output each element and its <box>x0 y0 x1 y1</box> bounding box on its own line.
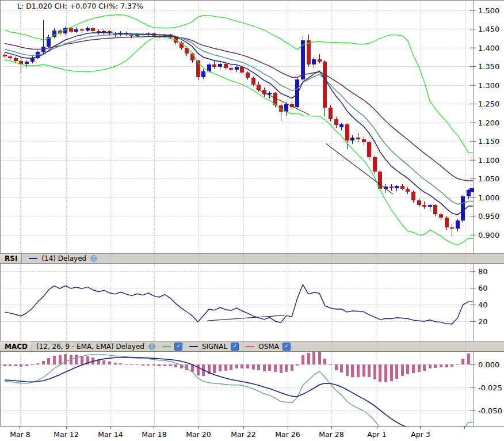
y-axis-label: 1.000 <box>478 193 499 202</box>
y-axis-label: 1.500 <box>478 6 499 15</box>
y-axis-label: 80 <box>478 267 488 276</box>
y-axis-label: 0.950 <box>478 212 499 221</box>
y-axis-label: 1.100 <box>478 156 499 165</box>
x-axis-label: Mar 14 <box>92 430 129 439</box>
y-axis-label: 20 <box>478 317 488 326</box>
y-axis-label: 1.350 <box>478 62 499 71</box>
y-axis-label: 0.000 <box>478 360 499 369</box>
x-axis-label: Mar 8 <box>2 430 39 439</box>
signal-line-sample <box>189 346 198 347</box>
delayed-globe-icon <box>148 343 155 350</box>
macd-panel-title: MACD <box>0 341 32 351</box>
y-axis-label: 40 <box>478 301 488 309</box>
x-axis-tick <box>20 427 20 429</box>
trendline <box>326 144 393 195</box>
grid-separator <box>243 342 244 351</box>
macd-chart-canvas[interactable]: 0.000-0.025-0.050 <box>0 352 504 427</box>
signal-line-checkbox[interactable]: ✓ <box>231 343 239 351</box>
x-axis-tick <box>110 427 111 429</box>
grid-separator <box>377 342 377 351</box>
grid-separator <box>288 254 288 263</box>
y-axis-label: 60 <box>478 284 488 292</box>
x-axis-tick <box>288 427 288 429</box>
time-axis: Mar 8Mar 12Mar 14Mar 18Mar 20Mar 22Mar 2… <box>0 427 504 441</box>
y-axis-label: -0.025 <box>478 383 502 392</box>
grid-separator <box>331 342 332 351</box>
rsi-line-sample <box>29 258 37 259</box>
grid-separator <box>465 342 465 351</box>
x-axis-label: Mar 22 <box>225 430 262 439</box>
x-axis-tick <box>420 427 421 429</box>
x-axis-label: Mar 12 <box>48 430 85 439</box>
grid-separator <box>243 254 244 263</box>
y-axis-label: 1.400 <box>478 44 499 52</box>
x-axis-label: Mar 26 <box>269 430 306 439</box>
grid-separator <box>198 254 199 263</box>
x-axis-tick <box>464 427 465 429</box>
macd-line-sample <box>162 346 171 347</box>
x-axis-label: Apr 3 <box>402 430 439 439</box>
osma-histogram <box>3 352 470 382</box>
grid-separator <box>377 254 377 263</box>
y-axis-label: 1.300 <box>478 81 499 90</box>
last-price-info: L: D1.020 CH: +0.070 CH%: 7.37% <box>17 2 143 10</box>
x-axis-tick <box>154 427 154 429</box>
macd-panel-header: MACD (12, 26, 9 - EMA, EMA) Delayed ✓ SI… <box>0 341 504 352</box>
osma-checkbox[interactable]: ✓ <box>282 343 291 351</box>
candlesticks <box>3 20 471 237</box>
x-axis-label: Mar 18 <box>136 430 173 439</box>
grid-separator <box>421 342 421 351</box>
x-axis-label: Mar 28 <box>313 430 350 439</box>
rsi-panel-title: RSI <box>0 254 22 263</box>
macd-legend: (12, 26, 9 - EMA, EMA) Delayed <box>36 343 144 351</box>
signal-label: SIGNAL <box>202 343 227 351</box>
price-chart-canvas[interactable]: 1.5001.4501.4001.3501.3001.2501.2001.150… <box>0 0 504 253</box>
x-axis-tick <box>377 427 377 429</box>
y-axis-label: 1.450 <box>478 25 499 33</box>
rsi-legend: (14) Delayed <box>41 254 86 263</box>
osma-label: OSMA <box>258 343 279 351</box>
grid-separator <box>421 254 421 263</box>
delayed-globe-icon <box>90 255 97 262</box>
y-axis-label: 0.900 <box>478 231 499 239</box>
rsi-panel-header: RSI (14) Delayed <box>0 253 504 264</box>
osma-line-sample <box>246 346 254 347</box>
x-axis-tick <box>331 427 332 429</box>
y-axis-label: -0.050 <box>478 406 502 415</box>
current-price-marker <box>469 188 474 192</box>
chart-window: 1.5001.4501.4001.3501.3001.2501.2001.150… <box>0 0 504 441</box>
macd-line-checkbox[interactable]: ✓ <box>174 343 182 351</box>
y-axis-label: 1.050 <box>478 174 499 183</box>
x-axis-tick <box>66 427 67 429</box>
grid-separator <box>110 254 111 263</box>
y-axis-label: 1.150 <box>478 137 499 146</box>
y-axis-label: 1.250 <box>478 100 499 108</box>
grid-separator <box>331 254 332 263</box>
grid-separator <box>154 254 155 263</box>
grid-separator <box>465 254 465 263</box>
grid-separator <box>198 342 199 351</box>
y-axis-label: 1.200 <box>478 119 499 127</box>
x-axis-label: Mar 20 <box>180 430 217 439</box>
x-axis-tick <box>243 427 244 429</box>
x-axis-tick <box>198 427 198 429</box>
x-axis-label: Apr 1 <box>358 430 395 439</box>
rsi-chart-canvas[interactable]: 80604020 <box>0 264 504 341</box>
